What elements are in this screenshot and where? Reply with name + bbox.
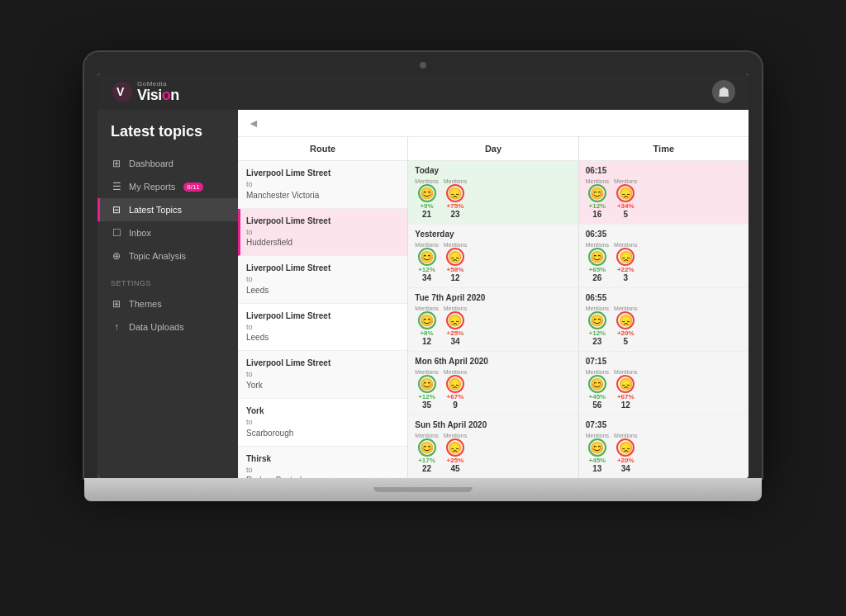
happy-face: 😊 (588, 438, 606, 457)
time-label: 06:15 (586, 166, 742, 175)
sentiment-row: Mentions 😊 +8% 12 Mentions 😞 (415, 306, 571, 346)
sidebar-item-topic-analysis[interactable]: ⊕ Topic Analysis (97, 244, 238, 268)
laptop-notch (373, 487, 473, 492)
logo-icon: V (111, 80, 134, 103)
sentiment-sad-block: Mentions 😞 +58% 12 (444, 242, 467, 282)
sentiment-row: Mentions 😊 +9% 21 Mentions 😞 (415, 178, 571, 219)
sidebar-item-inbox[interactable]: ☐ Inbox (97, 221, 238, 244)
sad-face: 😞 (446, 184, 464, 202)
route-item[interactable]: Liverpool Lime Street to Leeds (238, 256, 407, 304)
mentions-label: Mentions (614, 178, 637, 184)
day-group-sun[interactable]: Sun 5th April 2020 Mentions 😊 +17% 22 (408, 415, 577, 478)
day-group-yesterday[interactable]: Yesterday Mentions 😊 +12% 34 (408, 225, 577, 288)
my-reports-icon: ☰ (111, 181, 122, 192)
mentions-label: Mentions (415, 369, 438, 375)
happy-count: 35 (422, 400, 431, 410)
sentiment-sad-block: Mentions 😞 +25% 45 (444, 433, 467, 473)
route-destination: Leeds (246, 332, 399, 344)
time-group-0655[interactable]: 06:55 Mentions 😊 +12% 23 (579, 288, 749, 352)
route-item[interactable]: York to Scarborough (238, 399, 407, 447)
user-avatar-button[interactable]: ☗ (712, 80, 735, 103)
happy-count: 26 (592, 273, 601, 282)
data-uploads-icon: ↑ (111, 321, 122, 333)
day-label: Tue 7th April 2020 (415, 293, 571, 302)
sidebar-item-dashboard[interactable]: ⊞ Dashboard (97, 152, 238, 175)
app-container: V GoMedia Vision ☗ (97, 73, 749, 478)
sad-face: 😞 (616, 248, 634, 266)
day-group-today[interactable]: Today Mentions 😊 +9% 21 (408, 161, 577, 225)
laptop-screen-outer: V GoMedia Vision ☗ (84, 52, 762, 478)
mentions-label: Mentions (444, 242, 467, 248)
sad-pct: +67% (617, 393, 634, 400)
route-destination: York (246, 380, 399, 391)
sidebar-settings-nav: ⊞ Themes ↑ Data Uploads (97, 292, 238, 339)
happy-face: 😊 (418, 375, 436, 393)
route-destination: Huddersfield (246, 237, 399, 249)
happy-face: 😊 (588, 184, 606, 202)
sidebar-item-latest-topics[interactable]: ⊟ Latest Topics (97, 198, 238, 221)
sad-count: 9 (453, 400, 458, 410)
sentiment-happy-block: Mentions 😊 +12% 16 (586, 178, 609, 219)
sidebar-item-my-reports[interactable]: ☰ My Reports 8/11 (97, 175, 238, 198)
time-group-0635[interactable]: 06:35 Mentions 😊 +65% 26 (579, 225, 749, 288)
laptop-base (84, 478, 762, 501)
sad-pct: +25% (447, 329, 464, 337)
happy-face: 😊 (418, 311, 436, 329)
mentions-label: Mentions (614, 306, 637, 311)
route-item[interactable]: Liverpool Lime Street to Manchester Vict… (238, 161, 407, 209)
route-from: York (246, 405, 399, 417)
happy-pct: +12% (589, 329, 606, 337)
logo-text: GoMedia Vision (137, 81, 179, 102)
mentions-label: Mentions (444, 369, 467, 375)
mentions-label: Mentions (614, 433, 637, 438)
route-to-label: to (246, 227, 399, 238)
sidebar: Latest topics ⊞ Dashboard ☰ My Reports 8… (97, 110, 238, 478)
route-item[interactable]: Liverpool Lime Street to York (238, 351, 407, 399)
day-group-tue[interactable]: Tue 7th April 2020 Mentions 😊 +8% 12 (408, 288, 577, 352)
sidebar-item-themes[interactable]: ⊞ Themes (97, 292, 238, 315)
sad-count: 5 (623, 210, 628, 219)
sad-count: 34 (621, 464, 630, 473)
sentiment-row: Mentions 😊 +12% 34 Mentions 😞 (415, 242, 571, 282)
sidebar-item-data-uploads[interactable]: ↑ Data Uploads (97, 315, 238, 339)
happy-face: 😊 (418, 248, 436, 266)
themes-icon: ⊞ (111, 298, 122, 310)
route-item[interactable]: Thirsk to Redcar Central (238, 447, 407, 478)
day-group-mon[interactable]: Mon 6th April 2020 Mentions 😊 +12% 35 (408, 352, 577, 415)
route-to-label: to (246, 322, 399, 333)
back-button[interactable]: ◄ (248, 116, 259, 130)
route-to-label: to (246, 465, 399, 476)
my-reports-label: My Reports (129, 182, 175, 192)
time-group-0615[interactable]: 06:15 Mentions 😊 +12% 16 (579, 161, 749, 225)
route-item[interactable]: Liverpool Lime Street to Leeds (238, 304, 407, 352)
happy-count: 21 (422, 210, 431, 219)
sentiment-sad-block: Mentions 😞 +75% 23 (444, 178, 467, 219)
happy-count: 16 (592, 210, 601, 219)
sentiment-sad-block: Mentions 😞 +20% 5 (614, 306, 637, 346)
route-item[interactable]: Liverpool Lime Street to Huddersfield (238, 209, 407, 257)
sentiment-row: Mentions 😊 +65% 26 Mentions 😞 (586, 242, 742, 282)
sentiment-sad-block: Mentions 😞 +22% 3 (614, 242, 637, 282)
happy-pct: +12% (589, 202, 606, 210)
happy-pct: +9% (420, 202, 433, 210)
logo: V GoMedia Vision (111, 80, 179, 103)
time-group-0735[interactable]: 07:35 Mentions 😊 +45% 13 (579, 415, 749, 478)
happy-pct: +12% (418, 266, 435, 273)
time-group-0715[interactable]: 07:15 Mentions 😊 +45% 56 (579, 352, 749, 415)
day-column: Day Today Mentions 😊 +9% 21 (407, 137, 577, 478)
route-destination: Redcar Central (246, 475, 399, 478)
sad-count: 34 (450, 337, 459, 346)
route-to-label: to (246, 274, 399, 285)
route-to-label: to (246, 417, 399, 428)
happy-count: 56 (592, 400, 601, 410)
sad-pct: +34% (617, 202, 634, 210)
happy-count: 34 (422, 273, 431, 282)
dashboard-label: Dashboard (129, 159, 173, 168)
happy-count: 22 (422, 464, 431, 473)
route-from: Liverpool Lime Street (246, 358, 399, 369)
sad-face: 😞 (446, 248, 464, 266)
settings-section-title: Settings (97, 268, 238, 292)
happy-face: 😊 (588, 311, 606, 329)
sidebar-title: Latest topics (97, 123, 238, 152)
mentions-label: Mentions (415, 306, 438, 311)
